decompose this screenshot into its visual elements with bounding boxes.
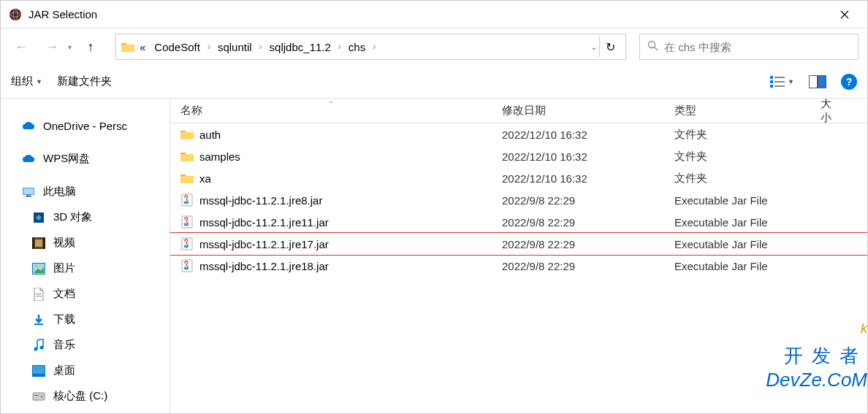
sidebar-item-cloud-blue[interactable]: OneDrive - Persc	[1, 113, 170, 139]
date-column-header[interactable]: 修改日期	[492, 104, 664, 118]
sidebar-item-video[interactable]: 视频	[1, 230, 170, 256]
breadcrumb-item[interactable]: CodeSoft	[150, 41, 205, 53]
sidebar-item-label: 视频	[53, 236, 75, 250]
disk-icon	[31, 390, 46, 403]
sidebar-item-label: 桌面	[53, 364, 75, 377]
preview-left-icon	[809, 75, 818, 88]
sidebar-item-label: 核心盘 (C:)	[53, 389, 107, 403]
up-button[interactable]: ↑	[79, 35, 102, 58]
sidebar-item-cloud-blue[interactable]: WPS网盘	[1, 146, 170, 172]
organize-menu[interactable]: 组织 ▼	[11, 74, 42, 88]
preview-pane-button[interactable]	[809, 75, 826, 88]
breadcrumb-item[interactable]: chs	[344, 41, 370, 53]
svg-point-25	[34, 347, 38, 350]
breadcrumb-separator[interactable]: ›	[256, 42, 265, 52]
close-button[interactable]	[828, 3, 861, 26]
file-type: 文件夹	[664, 150, 810, 164]
preview-right-icon	[818, 75, 826, 88]
file-name: xa	[199, 172, 211, 185]
svg-rect-6	[770, 80, 773, 83]
svg-rect-18	[35, 239, 42, 247]
file-date: 2022/9/8 22:29	[492, 194, 664, 207]
breadcrumb-dropdown-icon[interactable]: ⌵	[589, 40, 599, 54]
sidebar-item-label: 下载	[53, 313, 75, 326]
search-box[interactable]	[639, 34, 859, 60]
file-row[interactable]: mssql-jdbc-11.2.1.jre17.jar2022/9/8 22:2…	[170, 233, 867, 255]
cloud-blue-icon	[21, 120, 36, 133]
file-row[interactable]: mssql-jdbc-11.2.1.jre18.jar2022/9/8 22:2…	[170, 255, 867, 277]
name-column-header[interactable]: 名称 ˄	[170, 104, 492, 118]
file-list: 名称 ˄ 修改日期 类型 大小 auth2022/12/10 16:32文件夹s…	[170, 99, 867, 413]
file-date: 2022/12/10 16:32	[492, 129, 664, 141]
desktop-icon	[31, 364, 46, 377]
sidebar-item-disk[interactable]: 核心盘 (C:)	[1, 383, 170, 409]
search-input[interactable]	[664, 41, 850, 53]
svg-rect-17	[43, 237, 45, 249]
new-folder-label: 新建文件夹	[57, 74, 112, 88]
view-menu[interactable]: ▼	[770, 76, 794, 88]
folder-icon	[121, 40, 135, 53]
file-row[interactable]: auth2022/12/10 16:32文件夹	[170, 123, 867, 145]
sidebar-item-downloads[interactable]: 下载	[1, 307, 170, 332]
breadcrumb-prefix[interactable]: «	[135, 41, 150, 53]
file-date: 2022/12/10 16:32	[492, 172, 664, 185]
svg-rect-12	[26, 195, 31, 196]
file-name: mssql-jdbc-11.2.1.jre11.jar	[199, 216, 329, 229]
breadcrumb[interactable]: « CodeSoft › sqluntil › sqljdbc_11.2 › c…	[115, 34, 626, 60]
breadcrumb-item[interactable]: sqljdbc_11.2	[265, 41, 335, 53]
forward-button[interactable]: →	[40, 35, 64, 58]
svg-point-30	[41, 395, 43, 397]
jar-icon	[180, 259, 194, 272]
sidebar-item-pictures[interactable]: 图片	[1, 256, 170, 281]
breadcrumb-separator[interactable]: ›	[205, 42, 213, 52]
help-button[interactable]: ?	[841, 74, 857, 90]
size-column-header[interactable]: 大小	[810, 99, 840, 125]
history-dropdown[interactable]: ▾	[68, 43, 72, 51]
sidebar-item-computer[interactable]: 此电脑	[1, 179, 170, 204]
sort-ascending-icon: ˄	[330, 101, 333, 108]
sidebar-item-label: 此电脑	[43, 185, 76, 199]
file-type: Executable Jar File	[664, 194, 810, 207]
search-icon	[647, 40, 658, 53]
svg-rect-9	[774, 85, 785, 87]
sidebar-item-documents[interactable]: 文档	[1, 281, 170, 307]
file-date: 2022/9/8 22:29	[492, 260, 664, 272]
sidebar-item-music[interactable]: 音乐	[1, 332, 170, 358]
file-row[interactable]: mssql-jdbc-11.2.1.jre8.jar2022/9/8 22:29…	[170, 189, 867, 211]
file-row[interactable]: samples2022/12/10 16:32文件夹	[170, 145, 867, 167]
new-folder-button[interactable]: 新建文件夹	[57, 74, 112, 88]
svg-point-3	[649, 42, 655, 48]
name-column-label: 名称	[180, 104, 202, 116]
svg-rect-28	[33, 366, 45, 374]
svg-rect-24	[34, 323, 43, 325]
svg-rect-4	[770, 76, 773, 79]
sidebar-item-3d[interactable]: 3D 对象	[1, 204, 170, 230]
file-name: mssql-jdbc-11.2.1.jre8.jar	[199, 194, 322, 207]
file-row[interactable]: mssql-jdbc-11.2.1.jre11.jar2022/9/8 22:2…	[170, 211, 867, 233]
music-icon	[31, 339, 46, 352]
back-button[interactable]: ←	[9, 35, 33, 58]
folder-icon	[180, 172, 194, 185]
pictures-icon	[31, 262, 46, 275]
3d-icon	[31, 211, 46, 224]
column-headers: 名称 ˄ 修改日期 类型 大小	[170, 99, 867, 123]
breadcrumb-item[interactable]: sqluntil	[213, 41, 256, 53]
jar-icon	[180, 215, 194, 229]
svg-rect-16	[32, 237, 34, 249]
type-column-header[interactable]: 类型	[664, 104, 810, 118]
breadcrumb-separator[interactable]: ›	[335, 42, 344, 52]
downloads-icon	[31, 313, 46, 326]
svg-rect-29	[33, 393, 45, 400]
file-row[interactable]: xa2022/12/10 16:32文件夹	[170, 167, 867, 189]
svg-rect-11	[23, 188, 34, 194]
file-date: 2022/12/10 16:32	[492, 150, 664, 163]
sidebar-item-label: 文档	[53, 287, 75, 301]
breadcrumb-separator[interactable]: ›	[370, 42, 378, 52]
svg-point-21	[34, 265, 37, 268]
sidebar-item-desktop[interactable]: 桌面	[1, 358, 170, 383]
titlebar: JAR Selection	[1, 1, 867, 28]
refresh-button[interactable]: ↻	[600, 37, 621, 57]
svg-rect-7	[774, 81, 785, 83]
chevron-down-icon: ▼	[36, 78, 42, 85]
jar-icon	[180, 237, 194, 250]
